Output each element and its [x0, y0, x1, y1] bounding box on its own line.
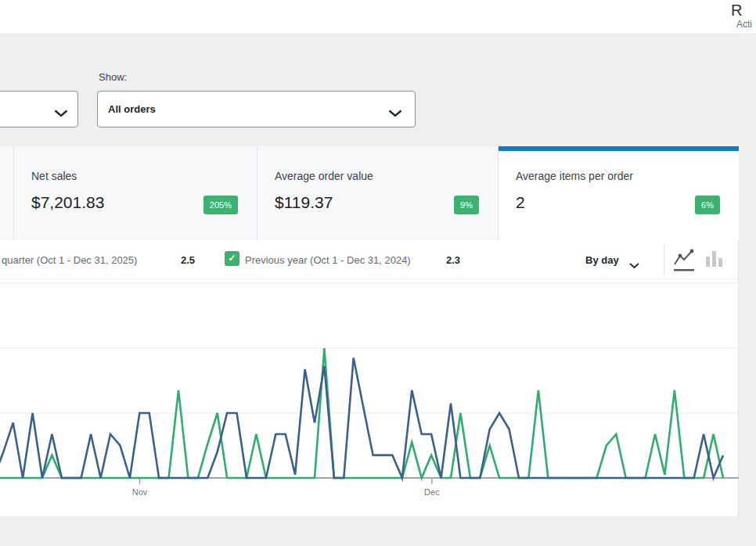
activity-panel-label-fragment[interactable]: Acti [736, 19, 752, 30]
interval-dropdown[interactable]: By day [585, 254, 619, 266]
metric-card-average-order-value[interactable]: Average order value $119.37 9% [257, 146, 499, 240]
metric-change-badge: 9% [454, 196, 479, 214]
line-chart-icon[interactable] [672, 248, 697, 273]
gridlines [0, 283, 739, 413]
orders-dropdown-value: All orders [108, 103, 156, 115]
metric-value: 2 [516, 193, 525, 212]
chart-canvas: Nov Dec [0, 279, 739, 516]
legend-item-current-quarter[interactable]: quarter (Oct 1 - Dec 31, 2025) [2, 254, 137, 266]
metric-card-clipped[interactable] [0, 146, 14, 240]
analytics-page: { "header": { "title_fragment": "R", "su… [0, 0, 756, 546]
legend-value-previous-year: 2.3 [446, 254, 460, 266]
show-orders-dropdown[interactable]: All orders [97, 91, 416, 128]
chart-legend-row: quarter (Oct 1 - Dec 31, 2025) 2.5 ✓ Pre… [0, 240, 738, 279]
metric-change-badge: 6% [695, 196, 720, 214]
header-title-fragment: R [731, 2, 742, 20]
metric-cards-row: Net sales $7,201.83 205% Average order v… [0, 146, 739, 240]
legend-item-previous-year[interactable]: Previous year (Oct 1 - Dec 31, 2024) [245, 254, 411, 266]
metric-label: Average order value [275, 170, 373, 182]
metric-label: Net sales [31, 170, 77, 182]
date-range-dropdown[interactable] [0, 91, 78, 128]
metric-value: $7,201.83 [31, 193, 104, 212]
chevron-down-icon[interactable] [629, 258, 639, 272]
legend-value-current-quarter: 2.5 [181, 254, 195, 266]
chevron-down-icon [388, 106, 402, 120]
x-axis-label-dec: Dec [424, 487, 440, 497]
metric-card-net-sales[interactable]: Net sales $7,201.83 205% [14, 146, 257, 240]
previous-year-checkbox[interactable]: ✓ [225, 251, 239, 266]
selected-indicator [499, 146, 739, 151]
metric-change-badge: 205% [203, 196, 238, 214]
metric-label: Average items per order [516, 170, 633, 182]
metric-card-average-items-per-order[interactable]: Average items per order 2 6% [499, 146, 739, 240]
chevron-down-icon [54, 106, 68, 120]
bar-chart-icon[interactable] [704, 248, 729, 273]
vertical-divider [664, 244, 664, 275]
top-header-bar: R Acti [0, 0, 756, 34]
metric-value: $119.37 [275, 193, 333, 212]
x-axis-label-nov: Nov [132, 487, 148, 497]
chart-panel: quarter (Oct 1 - Dec 31, 2025) 2.5 ✓ Pre… [0, 240, 739, 516]
show-label: Show: [99, 71, 127, 83]
series-line [0, 357, 723, 478]
